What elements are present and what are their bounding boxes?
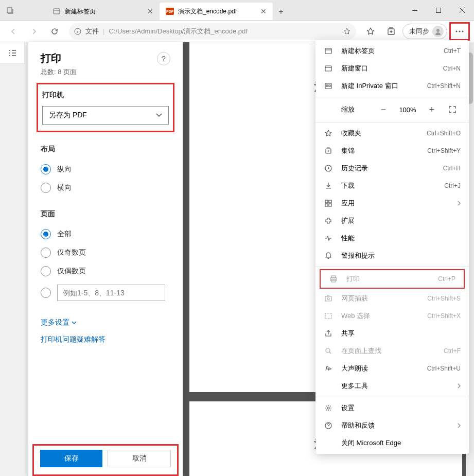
tab-new[interactable]: 新建标签页 ✕: [46, 3, 160, 20]
settings-icon: [324, 404, 333, 412]
menu-item-打印: 打印Ctrl+P: [321, 270, 464, 288]
menu-separator: [315, 267, 469, 267]
close-icon[interactable]: ✕: [147, 7, 153, 15]
svg-rect-1: [54, 9, 60, 14]
menu-item-应用[interactable]: 应用: [315, 195, 469, 212]
menu-label: 性能: [341, 234, 461, 243]
fullscreen-button[interactable]: [444, 102, 461, 117]
close-icon[interactable]: ✕: [260, 7, 267, 15]
print-page-count: 总数: 8 页面: [41, 67, 170, 77]
menu-item-更多工具[interactable]: 更多工具: [315, 377, 469, 395]
menu-item-网页捕获: 网页捕获Ctrl+Shift+S: [315, 290, 469, 307]
sync-badge[interactable]: 未同步: [402, 24, 447, 39]
menu-item-共享[interactable]: 共享: [315, 325, 469, 342]
pdf-toc-button[interactable]: [0, 42, 25, 64]
pages-custom-input[interactable]: [57, 285, 165, 301]
pages-even-radio[interactable]: 仅偶数页: [41, 262, 170, 280]
chevron-down-icon: [156, 113, 162, 117]
tab-icon: [324, 47, 333, 55]
chevron-right-icon: [458, 423, 461, 428]
menu-label: 关闭 Microsoft Edge: [341, 438, 461, 448]
printer-select[interactable]: 另存为 PDF: [42, 106, 169, 125]
menu-label: 更多工具: [341, 381, 449, 391]
cancel-button[interactable]: 取消: [108, 450, 171, 467]
troubleshoot-link[interactable]: 打印机问题疑难解答: [41, 335, 106, 344]
pages-custom-radio[interactable]: [41, 280, 170, 305]
tab-actions-icon[interactable]: [0, 0, 21, 20]
menu-separator: [315, 397, 469, 397]
print-icon: [329, 275, 338, 283]
more-button[interactable]: [449, 22, 470, 41]
menu-shortcut: Ctrl+Shift+Y: [427, 147, 461, 154]
menu-item-设置[interactable]: 设置: [315, 399, 469, 417]
sync-label: 未同步: [409, 27, 429, 36]
menu-item-大声朗读[interactable]: 大声朗读Ctrl+Shift+U: [315, 360, 469, 377]
find-icon: [324, 347, 333, 355]
back-button[interactable]: [4, 22, 23, 41]
radio-icon: [41, 183, 51, 193]
maximize-button[interactable]: [427, 0, 450, 21]
radio-label: 仅偶数页: [57, 267, 86, 276]
collections-icon[interactable]: [382, 24, 400, 39]
menu-item-集锦[interactable]: 集锦Ctrl+Shift+Y: [315, 142, 469, 160]
menu-item-历史记录[interactable]: 历史记录Ctrl+H: [315, 160, 469, 177]
menu-shortcut: Ctrl+J: [444, 182, 461, 189]
svg-rect-19: [325, 204, 328, 206]
menu-shortcut: Ctrl+Shift+X: [427, 312, 461, 320]
svg-rect-17: [325, 200, 328, 203]
menu-label: 警报和提示: [341, 251, 461, 260]
star-icon: [324, 129, 333, 137]
menu-label: 应用: [341, 199, 449, 208]
menu-label: 共享: [341, 329, 461, 338]
forward-button[interactable]: [25, 22, 43, 41]
browser-menu: 新建标签页Ctrl+T新建窗口Ctrl+N新建 InPrivate 窗口Ctrl…: [315, 40, 469, 454]
zoom-label: 缩放: [324, 105, 371, 114]
menu-shortcut: Ctrl+H: [443, 165, 461, 172]
title-bar: 新建标签页 ✕ PDF 演示文档_encode.pdf ✕ +: [0, 0, 474, 21]
menu-item-新建窗口[interactable]: 新建窗口Ctrl+N: [315, 60, 469, 77]
svg-rect-0: [7, 8, 12, 13]
help-icon: [324, 421, 333, 430]
menu-item-新建标签页[interactable]: 新建标签页Ctrl+T: [315, 42, 469, 60]
menu-item-关闭-Microsoft-Edge[interactable]: 关闭 Microsoft Edge: [315, 434, 469, 452]
menu-label: Web 选择: [341, 311, 419, 321]
layout-landscape-radio[interactable]: 横向: [41, 179, 170, 197]
menu-label: 帮助和反馈: [341, 421, 449, 430]
menu-shortcut: Ctrl+Shift+N: [427, 82, 461, 90]
menu-item-性能[interactable]: 性能: [315, 230, 469, 247]
newtab-icon: [52, 7, 61, 15]
favorite-icon[interactable]: [343, 27, 351, 36]
zoom-out-button[interactable]: −: [375, 102, 392, 117]
minimize-button[interactable]: [403, 0, 427, 21]
pages-all-radio[interactable]: 全部: [41, 225, 170, 243]
layout-portrait-radio[interactable]: 纵向: [41, 160, 170, 179]
refresh-button[interactable]: [45, 22, 64, 41]
url-box[interactable]: 文件 | C:/Users/Admin/Desktop/演示文档_encode.…: [69, 23, 356, 40]
svg-rect-10: [325, 48, 331, 54]
menu-item-在页面上查找: 在页面上查找Ctrl+F: [315, 342, 469, 360]
menu-item-收藏夹[interactable]: 收藏夹Ctrl+Shift+O: [315, 125, 469, 142]
more-settings-link[interactable]: 更多设置: [41, 318, 77, 327]
menu-item-帮助和反馈[interactable]: 帮助和反馈: [315, 417, 469, 434]
tab-label: 新建标签页: [65, 7, 96, 16]
menu-item-扩展[interactable]: 扩展: [315, 212, 469, 230]
capture-icon: [324, 294, 333, 303]
zoom-in-button[interactable]: +: [424, 102, 440, 117]
tab-pdf[interactable]: PDF 演示文档_encode.pdf ✕: [160, 3, 273, 20]
menu-item-警报和提示[interactable]: 警报和提示: [315, 247, 469, 265]
help-button[interactable]: ?: [157, 52, 170, 65]
menu-shortcut: Ctrl+Shift+U: [427, 365, 461, 372]
radio-label: 横向: [57, 183, 72, 192]
menu-shortcut: Ctrl+Shift+S: [427, 295, 461, 302]
save-button[interactable]: 保存: [40, 450, 102, 467]
close-button[interactable]: [450, 0, 474, 21]
pages-odd-radio[interactable]: 仅奇数页: [41, 243, 170, 262]
menu-shortcut: Ctrl+T: [444, 47, 461, 55]
menu-label: 新建标签页: [341, 46, 435, 56]
new-tab-button[interactable]: +: [273, 4, 289, 20]
svg-point-28: [327, 407, 329, 409]
menu-shortcut: Ctrl+P: [438, 275, 455, 283]
menu-item-下载[interactable]: 下载Ctrl+J: [315, 177, 469, 195]
menu-item-新建-InPrivate-窗口[interactable]: 新建 InPrivate 窗口Ctrl+Shift+N: [315, 77, 469, 95]
favorites-bar-icon[interactable]: [361, 24, 380, 39]
